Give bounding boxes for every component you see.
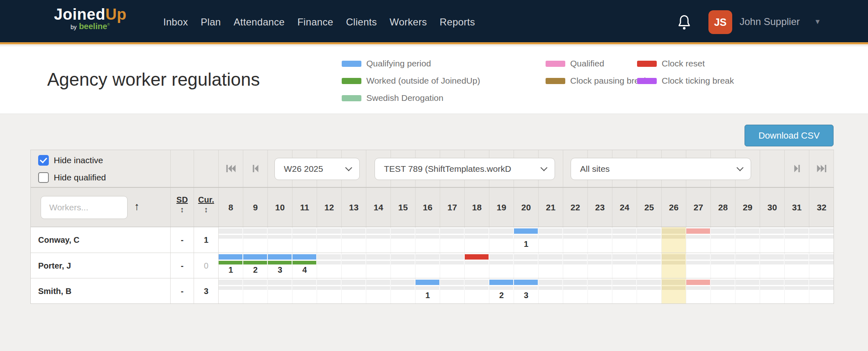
week-cell-11 [292, 227, 317, 253]
bar-track-1 [539, 280, 562, 285]
bar-track-2 [514, 286, 538, 290]
worker-cur-value: 1 [194, 235, 218, 245]
week-cell-24 [612, 253, 637, 278]
nav-item-clients[interactable]: Clients [346, 16, 377, 28]
week-count: 2 [243, 265, 267, 275]
week-count: 1 [416, 291, 440, 300]
week-count: 2 [489, 291, 514, 300]
week-number: 25 [637, 203, 661, 212]
bar-track-2 [416, 235, 439, 239]
week-header-15: 15 [391, 188, 416, 227]
worker-row: Smith, B-3123 [31, 278, 834, 303]
table-header-row: ↑ SD ↕ Cur. ↕ 89101112131415161718192021… [31, 188, 834, 227]
bar-track-1 [391, 280, 415, 285]
bar-track-1 [366, 280, 390, 285]
bar-track-1 [637, 254, 661, 260]
brand-logo[interactable]: JoinedUp by beeline® [47, 6, 133, 31]
bar-track-2 [342, 261, 365, 264]
week-cell-15 [391, 278, 416, 303]
nav-item-inbox[interactable]: Inbox [163, 16, 188, 28]
nav-item-attendance[interactable]: Attendance [233, 16, 284, 28]
week-select[interactable]: W26 2025 [274, 158, 360, 180]
user-avatar[interactable]: JS [708, 10, 732, 34]
bar-track-2 [342, 235, 365, 239]
bar-track-2 [489, 261, 513, 264]
name-sort-arrow-icon[interactable]: ↑ [134, 200, 139, 213]
bar-reset_faded-week-27 [686, 280, 710, 285]
bar-track-2 [612, 261, 636, 264]
user-menu-chevron-down-icon[interactable]: ▾ [815, 16, 820, 26]
filter-week-cell [243, 150, 268, 187]
worker-search-input[interactable] [41, 196, 128, 219]
week-number: 15 [391, 203, 415, 212]
bar-track-2 [440, 235, 464, 239]
user-name[interactable]: John Supplier [740, 16, 800, 27]
bar-track-2 [366, 235, 390, 239]
legend-label: Clock pausing break [570, 76, 648, 86]
bar-track-2 [440, 286, 464, 290]
week-cell-9: 2 [243, 253, 268, 278]
page-prev-button-icon[interactable] [250, 163, 261, 174]
site-select[interactable]: All sites [571, 158, 751, 180]
bar-track-2 [809, 235, 834, 239]
nav-item-plan[interactable]: Plan [201, 16, 221, 28]
week-cell-8 [219, 278, 243, 303]
sd-sort-control[interactable]: SD ↕ [171, 195, 194, 214]
download-csv-button[interactable]: Download CSV [745, 125, 834, 146]
week-cell-10 [268, 278, 292, 303]
filter-week-cell [219, 150, 243, 187]
week-header-21: 21 [539, 188, 563, 227]
legend-swatch-pausing [546, 78, 565, 84]
week-cell-28 [711, 227, 736, 253]
nav-item-finance[interactable]: Finance [297, 16, 333, 28]
week-header-19: 19 [489, 188, 514, 227]
week-cell-20: 1 [514, 227, 539, 253]
bar-track-2 [563, 286, 587, 290]
bar-track-1 [785, 280, 809, 285]
week-cell-31 [785, 253, 809, 278]
filter-sd-spacer [171, 150, 194, 187]
bar-track-2 [416, 286, 439, 290]
notifications-bell-icon[interactable] [676, 14, 692, 32]
cur-sort-control[interactable]: Cur. ↕ [194, 195, 218, 214]
week-number: 30 [760, 203, 784, 212]
bar-worked-week-10 [268, 261, 292, 264]
bar-track-2 [243, 286, 267, 290]
bar-track-1 [736, 280, 759, 285]
worker-name-cell[interactable]: Conway, C [31, 227, 171, 253]
bar-track-1 [342, 280, 365, 285]
legend-item: Worked (outside of JoinedUp) [342, 76, 480, 85]
page-first-button-icon[interactable] [225, 163, 236, 174]
bar-track-1 [736, 254, 759, 260]
week-number: 20 [514, 203, 538, 212]
bar-track-1 [489, 254, 513, 260]
week-cell-11 [292, 278, 317, 303]
bar-track-2 [662, 235, 685, 239]
nav-item-reports[interactable]: Reports [440, 16, 475, 28]
bar-track-2 [563, 235, 587, 239]
hide-qualified-checkbox[interactable] [38, 172, 49, 183]
bar-track-2 [539, 235, 562, 239]
bar-track-1 [366, 254, 390, 260]
week-cell-14 [366, 253, 391, 278]
week-count: 3 [514, 291, 538, 300]
week-count: 1 [514, 239, 538, 249]
bar-track-1 [539, 254, 562, 260]
page-next-button-icon[interactable] [791, 163, 802, 174]
legend-item: Clock ticking break [637, 76, 734, 85]
hide-inactive-checkbox[interactable] [38, 155, 49, 166]
bar-track-2 [736, 286, 759, 290]
week-number-headers: 8910111213141516171819202122232425262728… [219, 188, 834, 227]
bar-track-2 [760, 235, 784, 239]
week-cell-15 [391, 227, 416, 253]
page-last-button-icon[interactable] [816, 163, 827, 174]
week-cell-10: 3 [268, 253, 292, 278]
week-number: 14 [366, 203, 391, 212]
chevron-down-icon [737, 164, 744, 171]
worker-name-cell[interactable]: Smith, B [31, 278, 171, 303]
template-select[interactable]: TEST 789 (ShiftTemplates.workD [375, 158, 555, 180]
worker-name-cell[interactable]: Porter, J [31, 253, 171, 278]
nav-item-workers[interactable]: Workers [390, 16, 427, 28]
worker-week-strip: 1 [219, 227, 834, 253]
bar-track-2 [317, 235, 341, 239]
